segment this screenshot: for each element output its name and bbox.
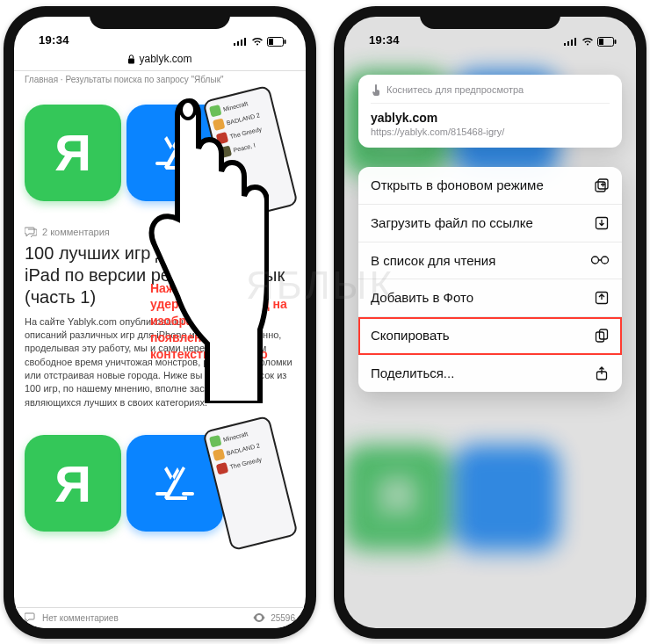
signal-icon xyxy=(234,37,248,46)
phone-mock: Minecraft BADLAND 2 The Greedy xyxy=(202,416,299,552)
svg-rect-9 xyxy=(182,162,194,165)
breadcrumb[interactable]: Главная · Результаты поиска по запросу "… xyxy=(14,71,306,86)
screen-left: 19:34 yablyk.com Главная · Результаты по… xyxy=(14,17,306,628)
hero-image[interactable]: Я Minecraft BADLAND 2 The Greedy Peace, … xyxy=(25,88,295,218)
views-count: 25596 xyxy=(271,613,295,623)
notch xyxy=(420,6,560,29)
status-time: 19:34 xyxy=(39,33,69,47)
preview-hint-text: Коснитесь для предпросмотра xyxy=(386,84,524,95)
notch xyxy=(90,6,230,29)
preview-url: https://yablyk.com/815468-igry/ xyxy=(371,127,610,137)
menu-item-label: Добавить в Фото xyxy=(371,290,473,305)
phone-mock: Minecraft BADLAND 2 The Greedy Peace, I xyxy=(202,84,299,221)
tile-green-letter: Я xyxy=(54,123,91,182)
svg-rect-10 xyxy=(155,492,168,496)
svg-point-24 xyxy=(602,257,609,264)
app-row-label: The Greedy xyxy=(229,125,263,139)
link-preview-card[interactable]: Коснитесь для предпросмотра yablyk.com h… xyxy=(358,75,622,148)
preview-domain: yablyk.com xyxy=(371,111,610,125)
url-bar[interactable]: yablyk.com xyxy=(14,48,306,71)
svg-rect-15 xyxy=(571,40,573,46)
signal-icon xyxy=(564,37,578,46)
menu-item-label: В список для чтения xyxy=(371,253,495,268)
share-icon xyxy=(594,365,610,381)
comments-icon xyxy=(25,612,37,623)
comments-top[interactable]: 2 комментария xyxy=(14,223,306,242)
svg-rect-3 xyxy=(244,38,246,46)
svg-rect-20 xyxy=(596,182,605,192)
status-time: 19:34 xyxy=(369,33,400,47)
svg-rect-2 xyxy=(241,40,242,46)
app-row-label: BADLAND 2 xyxy=(226,111,260,125)
lock-icon xyxy=(127,54,135,64)
svg-rect-6 xyxy=(269,39,273,45)
glasses-icon xyxy=(590,255,610,265)
tile-green: Я xyxy=(25,435,121,532)
url-domain: yablyk.com xyxy=(139,53,191,65)
svg-rect-5 xyxy=(285,40,286,44)
hand-tap-icon xyxy=(371,83,381,96)
tile-green-letter: Я xyxy=(54,454,91,513)
hero-image-2[interactable]: Я Minecraft BADLAND 2 The Greedy xyxy=(25,418,295,548)
tile-green: Я xyxy=(25,105,121,201)
copy-icon xyxy=(594,328,610,344)
context-menu: Открыть в фоновом режимеЗагрузить файл п… xyxy=(358,167,622,392)
menu-item-open-bg[interactable]: Открыть в фоновом режиме xyxy=(358,167,622,205)
add-photo-icon xyxy=(594,290,610,306)
appstore-icon xyxy=(147,455,203,511)
app-row-label: Minecraft xyxy=(222,431,249,443)
comments-icon xyxy=(25,227,37,237)
comments-count: 2 комментария xyxy=(42,227,110,237)
svg-rect-1 xyxy=(237,41,239,46)
app-row-label: The Greedy xyxy=(229,456,263,470)
download-icon xyxy=(594,215,610,231)
app-row-label: Minecraft xyxy=(222,99,249,112)
menu-item-label: Открыть в фоновом режиме xyxy=(371,177,544,192)
battery-icon xyxy=(267,37,286,47)
menu-item-copy[interactable]: Скопировать xyxy=(358,317,622,355)
svg-rect-16 xyxy=(574,38,576,46)
menu-item-share[interactable]: Поделиться... xyxy=(358,355,622,392)
appstore-icon xyxy=(147,125,203,181)
menu-item-glasses[interactable]: В список для чтения xyxy=(358,242,622,279)
menu-item-add-photo[interactable]: Добавить в Фото xyxy=(358,279,622,317)
svg-rect-18 xyxy=(615,40,617,44)
app-row-label: Peace, I xyxy=(233,141,256,152)
menu-item-label: Поделиться... xyxy=(371,365,454,380)
no-comments: Нет комментариев xyxy=(42,613,119,623)
status-icons xyxy=(234,37,286,47)
menu-item-label: Загрузить файл по ссылке xyxy=(371,215,533,230)
screen-right: 19:34 Я Я xyxy=(344,17,636,628)
svg-rect-11 xyxy=(182,492,194,496)
wifi-icon xyxy=(251,37,264,46)
status-icons xyxy=(564,37,617,47)
wifi-icon xyxy=(581,37,594,46)
svg-rect-19 xyxy=(599,39,603,45)
menu-item-download[interactable]: Загрузить файл по ссылке xyxy=(358,205,622,242)
svg-rect-7 xyxy=(128,58,134,63)
comments-bottom[interactable]: Нет комментариев 25596 xyxy=(14,607,306,628)
phone-left: 19:34 yablyk.com Главная · Результаты по… xyxy=(4,6,316,639)
annotation-text: Нажмите и удерживайте палец на изображен… xyxy=(150,280,291,363)
eye-icon xyxy=(253,613,265,622)
svg-rect-8 xyxy=(155,162,168,165)
open-bg-icon xyxy=(594,177,610,193)
menu-item-label: Скопировать xyxy=(371,328,450,343)
svg-rect-13 xyxy=(564,43,566,46)
svg-rect-14 xyxy=(567,41,569,46)
svg-rect-0 xyxy=(234,43,235,46)
battery-icon xyxy=(597,37,617,47)
phone-right: 19:34 Я Я xyxy=(334,6,646,639)
svg-point-23 xyxy=(592,257,599,264)
